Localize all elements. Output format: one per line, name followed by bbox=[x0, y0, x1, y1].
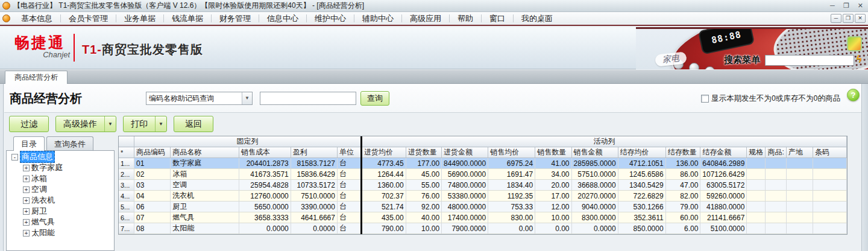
query-type-select[interactable]: 编码名称助记码查询 ▼ bbox=[146, 92, 253, 105]
table-cell[interactable] bbox=[747, 158, 766, 169]
table-cell[interactable] bbox=[813, 202, 847, 212]
table-cell[interactable] bbox=[786, 180, 813, 191]
table-cell[interactable]: 台 bbox=[337, 169, 361, 180]
table-cell[interactable]: 台 bbox=[337, 191, 361, 202]
table-cell[interactable]: 冰箱 bbox=[171, 169, 239, 180]
column-header[interactable]: 销售数量 bbox=[535, 147, 571, 158]
table-cell[interactable]: 17400.0000 bbox=[442, 212, 488, 223]
table-cell[interactable]: 25954.4828 bbox=[239, 180, 291, 191]
table-cell[interactable]: 753.33 bbox=[488, 202, 535, 212]
table-cell[interactable]: 4712.1051 bbox=[618, 158, 665, 169]
table-cell[interactable]: 10.00 bbox=[406, 223, 441, 234]
sidebar-tab-query-conditions[interactable]: 查询条件 bbox=[46, 136, 93, 151]
collapse-icon[interactable]: - bbox=[11, 154, 18, 160]
table-cell[interactable]: 41880.0000 bbox=[700, 202, 747, 212]
tree-node-label[interactable]: 洗衣机 bbox=[31, 195, 55, 206]
column-header[interactable]: 商品: bbox=[766, 147, 786, 158]
table-cell[interactable]: 1340.5429 bbox=[618, 180, 665, 191]
column-header[interactable]: 结存均价 bbox=[618, 147, 665, 158]
row-number[interactable]: 6... bbox=[119, 212, 134, 223]
tree-node[interactable]: + 太阳能 bbox=[23, 228, 114, 238]
table-cell[interactable] bbox=[786, 158, 813, 169]
table-cell[interactable]: 8300.0000 bbox=[571, 212, 618, 223]
sidebar-tab-catalog[interactable]: 目录 bbox=[13, 136, 45, 151]
expand-icon[interactable]: + bbox=[23, 230, 30, 237]
table-cell[interactable] bbox=[747, 202, 766, 212]
table-cell[interactable]: 76.00 bbox=[406, 191, 441, 202]
table-cell[interactable]: 435.00 bbox=[361, 212, 406, 223]
table-cell[interactable] bbox=[786, 169, 813, 180]
table-cell[interactable]: 01 bbox=[134, 158, 171, 169]
table-cell[interactable]: 81583.7127 bbox=[291, 158, 337, 169]
tree-node[interactable]: + 数字家庭 bbox=[23, 163, 114, 173]
row-number[interactable]: 7... bbox=[119, 223, 134, 234]
table-cell[interactable] bbox=[747, 169, 766, 180]
table-cell[interactable] bbox=[766, 169, 786, 180]
table-cell[interactable]: 08 bbox=[134, 223, 171, 234]
chevron-down-icon[interactable]: ▼ bbox=[155, 116, 166, 132]
table-cell[interactable]: 640846.2989 bbox=[700, 158, 747, 169]
expand-icon[interactable]: + bbox=[23, 208, 30, 215]
table-cell[interactable]: 6.00 bbox=[665, 223, 700, 234]
table-cell[interactable]: 3658.3333 bbox=[239, 212, 291, 223]
table-cell[interactable] bbox=[786, 212, 813, 223]
chevron-down-icon[interactable]: ▼ bbox=[104, 116, 116, 132]
table-cell[interactable]: 20.00 bbox=[535, 180, 571, 191]
expand-icon[interactable]: + bbox=[23, 197, 30, 204]
menu-item[interactable]: 钱流单据 bbox=[164, 12, 211, 25]
table-cell[interactable]: 21141.6667 bbox=[700, 212, 747, 223]
mdi-close-icon[interactable]: ✕ bbox=[855, 14, 866, 23]
column-header[interactable]: 结存金额 bbox=[700, 147, 747, 158]
table-cell[interactable]: 台 bbox=[337, 180, 361, 191]
table-cell[interactable]: 850.0000 bbox=[618, 223, 665, 234]
table-cell[interactable]: 厨卫 bbox=[171, 202, 239, 212]
table-cell[interactable]: 45.00 bbox=[406, 169, 441, 180]
table-cell[interactable]: 136.00 bbox=[665, 158, 700, 169]
table-cell[interactable]: 20270.0000 bbox=[571, 191, 618, 202]
menu-item[interactable]: 业务单据 bbox=[116, 12, 163, 25]
table-cell[interactable]: 1245.6586 bbox=[618, 169, 665, 180]
menu-item[interactable]: 辅助中心 bbox=[354, 12, 401, 25]
table-cell[interactable]: 41.00 bbox=[535, 158, 571, 169]
table-cell[interactable]: 0.00 bbox=[535, 223, 571, 234]
table-cell[interactable]: 59260.0000 bbox=[700, 191, 747, 202]
table-cell[interactable]: 47.00 bbox=[665, 180, 700, 191]
minimize-icon[interactable]: ─ bbox=[830, 2, 835, 10]
tree-node-label[interactable]: 太阳能 bbox=[31, 227, 55, 238]
menu-item[interactable]: 财务管理 bbox=[212, 12, 259, 25]
table-cell[interactable]: 10.00 bbox=[535, 212, 571, 223]
table-cell[interactable] bbox=[747, 212, 766, 223]
table-cell[interactable]: 352.3611 bbox=[618, 212, 665, 223]
table-cell[interactable]: 洗衣机 bbox=[171, 191, 239, 202]
table-cell[interactable]: 5100.0000 bbox=[700, 223, 747, 234]
column-header[interactable]: 进货金额 bbox=[442, 147, 488, 158]
table-cell[interactable]: 9040.0000 bbox=[571, 202, 618, 212]
lightning-icon[interactable]: ϟ bbox=[857, 54, 861, 65]
table-cell[interactable]: 台 bbox=[337, 158, 361, 169]
table-cell[interactable]: 1834.40 bbox=[488, 180, 535, 191]
chevron-down-icon[interactable]: ▼ bbox=[242, 92, 252, 104]
table-cell[interactable]: 92.00 bbox=[406, 202, 441, 212]
table-cell[interactable]: 57510.0000 bbox=[571, 169, 618, 180]
column-header[interactable]: 盈利 bbox=[291, 147, 337, 158]
table-cell[interactable]: 10733.5172 bbox=[291, 180, 337, 191]
table-cell[interactable]: 15836.6429 bbox=[291, 169, 337, 180]
table-cell[interactable]: 0.00 bbox=[488, 223, 535, 234]
table-cell[interactable]: 521.74 bbox=[361, 202, 406, 212]
table-cell[interactable]: 0.0000 bbox=[571, 223, 618, 234]
column-header[interactable]: 商品名称 bbox=[171, 147, 239, 158]
menu-item[interactable]: 会员卡管理 bbox=[61, 12, 116, 25]
table-cell[interactable]: 5650.0000 bbox=[239, 202, 291, 212]
table-cell[interactable]: 0.0000 bbox=[291, 223, 337, 234]
tree-node[interactable]: + 燃气具 bbox=[23, 217, 114, 227]
tree-node-label[interactable]: 厨卫 bbox=[31, 206, 47, 217]
table-cell[interactable] bbox=[786, 223, 813, 234]
table-cell[interactable]: 48000.0000 bbox=[442, 202, 488, 212]
row-number[interactable]: 2... bbox=[119, 169, 134, 180]
table-cell[interactable]: 7510.0000 bbox=[291, 191, 337, 202]
table-cell[interactable] bbox=[786, 191, 813, 202]
filter-checkbox[interactable] bbox=[701, 95, 709, 103]
menu-item[interactable]: 高级应用 bbox=[402, 12, 449, 25]
tree-node[interactable]: + 厨卫 bbox=[23, 206, 114, 216]
mdi-minimize-icon[interactable]: ─ bbox=[831, 14, 841, 23]
